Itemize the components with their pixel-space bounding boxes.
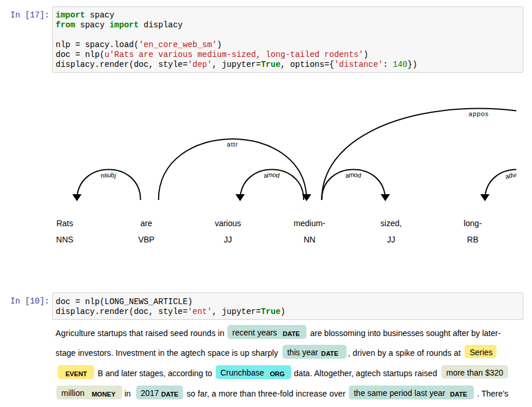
svg-text:amod: amod [345, 171, 363, 179]
svg-text:advmod: advmod [504, 171, 516, 180]
svg-text:medium-: medium- [294, 219, 326, 228]
svg-text:NN: NN [304, 235, 315, 244]
svg-text:various: various [215, 219, 241, 228]
svg-text:RB: RB [467, 235, 478, 244]
svg-text:JJ: JJ [387, 235, 395, 244]
svg-text:sized,: sized, [380, 219, 402, 228]
svg-text:long-: long- [463, 219, 481, 228]
svg-text:attr: attr [227, 141, 238, 148]
svg-text:VBP: VBP [138, 235, 155, 244]
svg-text:JJ: JJ [224, 235, 232, 244]
svg-text:nsubj: nsubj [100, 171, 117, 179]
svg-text:Rats: Rats [56, 219, 73, 228]
svg-text:appos: appos [469, 110, 489, 117]
svg-text:amod: amod [263, 171, 281, 179]
svg-text:are: are [141, 219, 152, 228]
svg-text:NNS: NNS [56, 235, 74, 244]
